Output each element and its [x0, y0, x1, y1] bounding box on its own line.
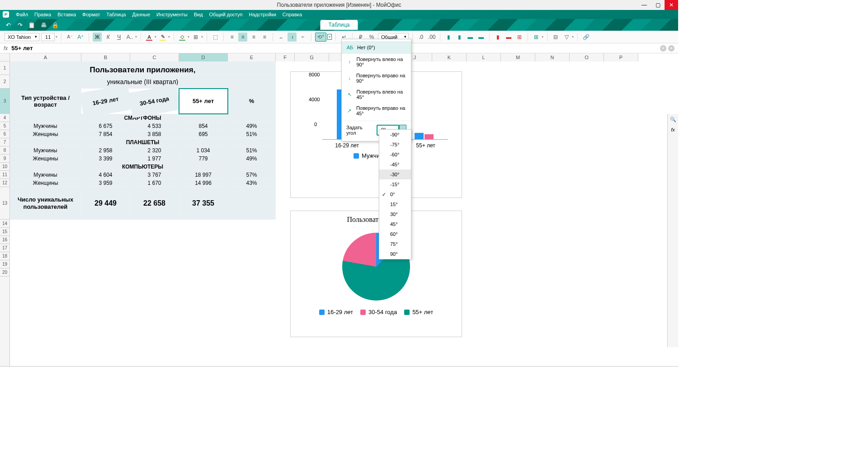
angle-option[interactable]: 45° [379, 219, 411, 229]
row-header-17[interactable]: 17 [0, 244, 9, 252]
cell[interactable]: % [228, 89, 276, 114]
align-justify-button[interactable]: ≡ [260, 33, 269, 42]
angle-option[interactable]: -30° [379, 169, 411, 179]
decrease-font-icon[interactable]: A⁻ [65, 33, 74, 42]
menu-данные[interactable]: Данные [129, 12, 153, 17]
row-header-20[interactable]: 20 [0, 268, 9, 277]
row-header-12[interactable]: 12 [0, 179, 9, 187]
fx-icon[interactable]: fx [4, 45, 8, 52]
row-header-4[interactable]: 4 [0, 114, 9, 122]
cell[interactable]: КОМПЬЮТЕРЫ [10, 163, 276, 171]
menu-инструменты[interactable]: Инструменты [153, 12, 191, 17]
menu-файл[interactable]: Файл [13, 12, 31, 17]
valign-top-button[interactable]: ⫠ [277, 33, 286, 42]
align-center-button[interactable]: ≡ [238, 33, 247, 42]
valign-middle-button[interactable]: ⫞ [288, 33, 297, 42]
more-font-button[interactable]: А.. [125, 33, 134, 42]
italic-button[interactable]: К [104, 33, 113, 42]
chevron-down-icon[interactable]: ▾ [56, 35, 57, 39]
chevron-down-icon[interactable]: ▾ [201, 35, 203, 39]
pie-chart[interactable]: Пользователи ения 16-29 лет 30-54 года 5… [290, 211, 462, 337]
text-color-button[interactable]: А [145, 33, 154, 42]
cell[interactable]: 3 767 [130, 171, 179, 179]
cell[interactable]: 1 670 [130, 179, 179, 187]
row-header-9[interactable]: 9 [0, 155, 9, 163]
cell[interactable] [228, 187, 276, 220]
cell[interactable]: 3 959 [81, 179, 130, 187]
menu-формат[interactable]: Формат [79, 12, 103, 17]
cell[interactable]: 4 604 [81, 171, 130, 179]
rotation-option[interactable]: ↗Повернуть вправо на 45° [342, 103, 411, 119]
cell[interactable]: 57% [228, 171, 276, 179]
delete-cells-icon[interactable]: ⊞ [515, 33, 524, 42]
menu-общий доступ[interactable]: Общий доступ [206, 12, 246, 17]
cell[interactable]: Число уникальных пользователей [10, 187, 81, 220]
formula-cancel-icon[interactable]: ✕ [660, 45, 666, 52]
insert-col-left-icon[interactable]: ▮ [444, 33, 453, 42]
highlight-color-button[interactable]: ✎ [158, 33, 167, 42]
angle-option[interactable]: -75° [379, 140, 411, 150]
cell[interactable]: 7 854 [81, 130, 130, 138]
rotation-option[interactable]: ↑Повернуть влево на 90° [342, 54, 411, 70]
search-icon[interactable]: 🔍 [670, 117, 676, 122]
cell[interactable]: 22 658 [130, 187, 179, 220]
row-header-18[interactable]: 18 [0, 252, 9, 260]
col-header-E[interactable]: E [228, 53, 276, 61]
col-header-G[interactable]: G [295, 53, 329, 61]
col-header-C[interactable]: C [130, 53, 179, 61]
angle-option[interactable]: 75° [379, 239, 411, 249]
angle-option[interactable]: 60° [379, 229, 411, 239]
chevron-down-icon[interactable]: ▾ [155, 35, 156, 39]
cell[interactable]: Женщины [10, 155, 81, 163]
link-icon[interactable]: 🔗 [581, 33, 590, 42]
insert-col-right-icon[interactable]: ▮ [455, 33, 464, 42]
close-button[interactable]: ✕ [665, 0, 678, 10]
cell[interactable]: Женщины [10, 179, 81, 187]
cell[interactable]: 6 675 [81, 122, 130, 130]
bold-button[interactable]: Ж [93, 33, 102, 42]
chevron-down-icon[interactable]: ▾ [327, 34, 332, 40]
print-icon[interactable]: 🖶 [40, 21, 47, 28]
cell[interactable]: 29 449 [81, 187, 130, 220]
cell[interactable]: 16-29 лет [80, 85, 132, 118]
cell[interactable]: 854 [179, 122, 228, 130]
cell[interactable]: 51% [228, 130, 276, 138]
redo-icon[interactable]: ↷ [16, 21, 24, 28]
angle-option[interactable]: -60° [379, 150, 411, 160]
lock-icon[interactable]: 🔒 [52, 21, 59, 28]
sheet-tab[interactable]: Отчет I кв [27, 367, 61, 367]
row-header-13[interactable]: 13 [0, 187, 9, 220]
angle-option[interactable]: 30° [379, 209, 411, 219]
menu-справка[interactable]: Справка [279, 12, 305, 17]
select-all-corner[interactable] [0, 53, 10, 61]
font-size-input[interactable] [41, 33, 55, 41]
row-header-7[interactable]: 7 [0, 138, 9, 146]
cell[interactable]: 3 399 [81, 155, 130, 163]
row-header-11[interactable]: 11 [0, 171, 9, 179]
cell[interactable]: 14 996 [179, 179, 228, 187]
cell[interactable]: 1 034 [179, 146, 228, 155]
col-header-D[interactable]: D [179, 53, 228, 61]
formula-confirm-icon[interactable]: ✕ [668, 45, 675, 52]
delete-col-icon[interactable]: ▮ [493, 33, 502, 42]
col-header-P[interactable]: P [604, 53, 638, 61]
freeze-icon[interactable]: ⊞ [532, 33, 541, 42]
cell[interactable]: 3 858 [130, 130, 179, 138]
chevron-down-icon[interactable]: ▾ [572, 35, 574, 39]
rotation-option[interactable]: АБНет (0°) [342, 41, 411, 54]
formula-input[interactable]: 55+ лет [11, 45, 33, 52]
fx-sidebar-icon[interactable]: fx [671, 127, 675, 132]
row-header-8[interactable]: 8 [0, 146, 9, 155]
align-left-button[interactable]: ≡ [227, 33, 236, 42]
row-header-15[interactable]: 15 [0, 228, 9, 236]
cell[interactable]: 37 355 [179, 187, 228, 220]
sheet-tab[interactable]: Отчет III кв [97, 367, 134, 367]
menu-таблица[interactable]: Таблица [103, 12, 129, 17]
row-header-10[interactable]: 10 [0, 163, 9, 171]
cell[interactable]: 51% [228, 146, 276, 155]
context-tab[interactable]: Таблица [320, 20, 358, 30]
undo-icon[interactable]: ↶ [5, 21, 12, 28]
menu-вставка[interactable]: Вставка [54, 12, 79, 17]
increase-font-icon[interactable]: A⁺ [76, 33, 85, 42]
chevron-down-icon[interactable]: ▾ [188, 35, 189, 39]
